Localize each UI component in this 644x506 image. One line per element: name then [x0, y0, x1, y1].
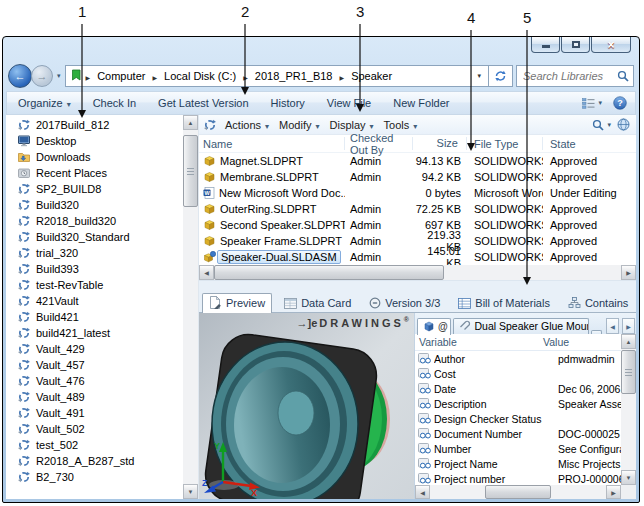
menu-actions[interactable]: Actions: [221, 119, 273, 131]
sidebar-item[interactable]: Vault_491: [6, 405, 183, 421]
tab-scroll-left-icon[interactable]: ◀: [606, 318, 619, 334]
column-variable[interactable]: Variable: [419, 336, 543, 348]
scrollbar-thumb[interactable]: [183, 135, 198, 207]
check-in-button[interactable]: Check In: [82, 94, 147, 112]
file-list: Magnet.SLDPRT Admin 94.13 KB SOLIDWORKS …: [199, 153, 636, 265]
tab-preview[interactable]: Preview: [202, 293, 272, 313]
vault-icon: [204, 119, 216, 131]
file-row[interactable]: Magnet.SLDPRT Admin 94.13 KB SOLIDWORKS …: [199, 153, 636, 169]
column-name[interactable]: Name: [199, 137, 345, 150]
sidebar-item[interactable]: Build393: [6, 261, 183, 277]
sidebar-item[interactable]: test_502: [6, 437, 183, 453]
scrollbar-thumb[interactable]: [214, 265, 444, 280]
tab-bill-of-materials[interactable]: Bill of Materials: [452, 295, 556, 312]
organize-button[interactable]: Organize: [7, 94, 82, 112]
sidebar-item[interactable]: Downloads: [6, 149, 183, 165]
column-checked-out-by[interactable]: Checked Out By: [345, 137, 413, 150]
address-dropdown-icon[interactable]: ▾: [471, 66, 486, 86]
column-state[interactable]: State: [543, 137, 636, 150]
breadcrumb-segment[interactable]: Speaker: [348, 68, 395, 84]
pane-splitter[interactable]: [199, 280, 636, 290]
file-list-horizontal-scrollbar[interactable]: ◀ ▶: [199, 265, 636, 280]
file-row[interactable]: New Microsoft Word Doc... 0 bytes Micros…: [199, 185, 636, 201]
sidebar-scrollbar[interactable]: ▲ ▼: [183, 115, 198, 499]
get-latest-version-button[interactable]: Get Latest Version: [147, 94, 260, 112]
minimize-button[interactable]: [531, 37, 560, 53]
maximize-button[interactable]: [561, 37, 590, 53]
data-card-horizontal-scrollbar[interactable]: ◀ ▶: [415, 485, 621, 499]
data-card-vertical-scrollbar[interactable]: ▲ ▼: [621, 334, 636, 485]
sidebar-item[interactable]: Build320: [6, 197, 183, 213]
sidebar-item[interactable]: Vault_457: [6, 357, 183, 373]
nav-history-dropdown-icon[interactable]: ▾: [56, 72, 62, 80]
change-view-button[interactable]: ▾: [576, 98, 609, 109]
scroll-right-icon[interactable]: ▶: [621, 265, 636, 280]
sidebar-item[interactable]: R2018_A_B287_std: [6, 453, 183, 469]
sidebar-item[interactable]: Desktop: [6, 133, 183, 149]
sidebar-item[interactable]: build421_latest: [6, 325, 183, 341]
refresh-button[interactable]: [489, 65, 513, 87]
tab-contains[interactable]: Contains: [562, 295, 634, 312]
file-name: Second Speaker.SLDPRT: [220, 219, 345, 231]
zoom-dropdown-icon[interactable]: ▾: [606, 121, 612, 129]
sidebar-item[interactable]: Recent Places: [6, 165, 183, 181]
file-row[interactable]: OuterRing.SLDPRT Admin 72.25 KB SOLIDWOR…: [199, 201, 636, 217]
scrollbar-thumb[interactable]: [621, 350, 636, 394]
breadcrumb-segment[interactable]: Computer: [94, 68, 148, 84]
breadcrumb-segment[interactable]: 2018_PR1_B18: [252, 68, 336, 84]
menu-tools[interactable]: Tools: [380, 119, 422, 131]
sidebar-item[interactable]: trial_320: [6, 245, 183, 261]
sidebar-item[interactable]: test-RevTable: [6, 277, 183, 293]
new-folder-button[interactable]: New Folder: [382, 94, 460, 112]
card-configuration-tab[interactable]: Dual Speaker Glue Mount: [453, 318, 588, 334]
menu-modify[interactable]: Modify: [275, 119, 323, 131]
title-bar[interactable]: ×: [3, 37, 639, 61]
tab-scroll-right-icon[interactable]: ▶: [622, 318, 635, 334]
search-icon[interactable]: [617, 70, 629, 82]
breadcrumb-segment[interactable]: Local Disk (C:): [161, 68, 239, 84]
file-row[interactable]: Membrane.SLDPRT Admin 94.2 KB SOLIDWORKS…: [199, 169, 636, 185]
scroll-left-icon[interactable]: ◀: [199, 265, 214, 280]
scroll-down-icon[interactable]: ▼: [621, 470, 636, 485]
close-button[interactable]: ×: [591, 37, 631, 53]
file-row-selected[interactable]: Speaker-Dual.SLDASM Admin 145.01 KB SOLI…: [199, 249, 636, 265]
scroll-right-icon[interactable]: ▶: [606, 485, 621, 499]
column-file-type[interactable]: File Type: [467, 137, 543, 150]
resize-grip[interactable]: [621, 485, 636, 499]
scroll-left-icon[interactable]: ◀: [415, 485, 430, 499]
scrollbar-thumb[interactable]: [485, 485, 551, 499]
sidebar-item[interactable]: Vault_476: [6, 373, 183, 389]
sidebar-item[interactable]: 421Vault: [6, 293, 183, 309]
view-file-button[interactable]: View File: [316, 94, 382, 112]
vault-icon: [18, 263, 30, 275]
sidebar-item[interactable]: Vault_429: [6, 341, 183, 357]
back-button[interactable]: ←: [8, 64, 32, 88]
sidebar-item[interactable]: Build421: [6, 309, 183, 325]
zoom-icon[interactable]: [592, 119, 604, 131]
sidebar-item[interactable]: Build320_Standard: [6, 229, 183, 245]
edrawings-logo: →]eDRAWINGS®: [297, 316, 409, 329]
scroll-up-icon[interactable]: ▲: [183, 115, 198, 130]
search-input[interactable]: [521, 69, 617, 83]
scroll-down-icon[interactable]: ▼: [183, 484, 198, 499]
help-button[interactable]: [609, 96, 635, 110]
sidebar-item[interactable]: Vault_502: [6, 421, 183, 437]
sidebar-item[interactable]: SP2_BUILD8: [6, 181, 183, 197]
breadcrumb[interactable]: Computer Local Disk (C:) 2018_PR1_B18 Sp…: [65, 65, 489, 87]
menu-display[interactable]: Display: [326, 119, 378, 131]
sidebar-item[interactable]: R2018_build320: [6, 213, 183, 229]
column-value[interactable]: Value: [543, 336, 569, 348]
history-button[interactable]: History: [260, 94, 316, 112]
card-config-tab[interactable]: @: [417, 318, 451, 335]
sidebar-item[interactable]: Vault_489: [6, 389, 183, 405]
search-box[interactable]: [516, 65, 634, 87]
sidebar-item[interactable]: 2017Build_812: [6, 117, 183, 133]
forward-button[interactable]: →: [31, 65, 53, 87]
tab-version[interactable]: Version 3/3: [363, 295, 446, 312]
preview-panel[interactable]: →]eDRAWINGS®: [199, 313, 414, 499]
preview-globe-icon[interactable]: [617, 118, 630, 131]
scroll-up-icon[interactable]: ▲: [621, 334, 636, 349]
tab-data-card[interactable]: Data Card: [278, 295, 357, 312]
column-size[interactable]: Size: [413, 137, 467, 150]
sidebar-item[interactable]: B2_730: [6, 469, 183, 485]
